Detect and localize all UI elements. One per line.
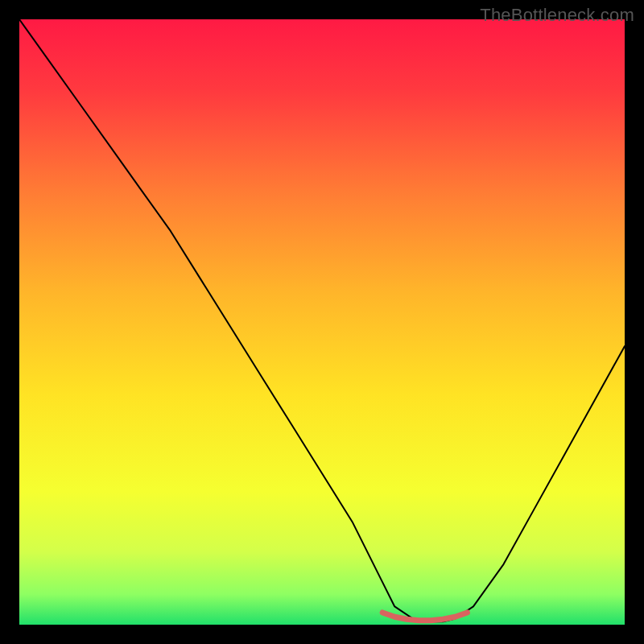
series-optimal-band xyxy=(382,613,467,621)
watermark-text: TheBottleneck.com xyxy=(480,5,634,26)
chart-curve-layer xyxy=(19,19,625,625)
plot-frame xyxy=(19,19,625,625)
series-bottleneck-curve xyxy=(19,19,625,621)
